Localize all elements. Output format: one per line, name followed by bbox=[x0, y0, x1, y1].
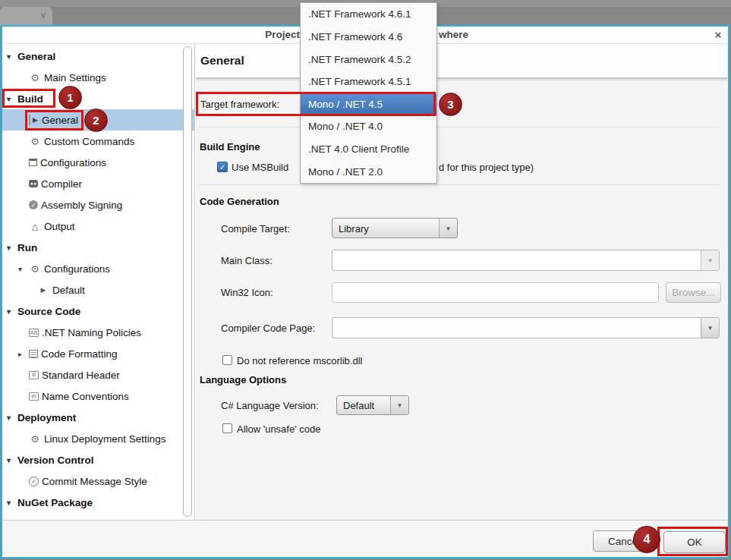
use-msbuild-checkbox[interactable]: ✓ bbox=[217, 162, 228, 172]
close-icon[interactable]: × bbox=[711, 27, 726, 42]
triangle-down-icon[interactable]: ▾ bbox=[7, 244, 17, 252]
main-class-combobox[interactable]: ▾ bbox=[332, 250, 720, 271]
badge-icon: ✓ bbox=[29, 200, 38, 209]
mscorlib-checkbox[interactable] bbox=[222, 355, 232, 365]
compile-target-combobox[interactable]: Library ▾ bbox=[332, 218, 458, 238]
sidebar-item-label: Deployment bbox=[17, 412, 76, 423]
sidebar-item-general[interactable]: ▾General bbox=[2, 46, 194, 67]
sidebar-item-build[interactable]: ⚙Build bbox=[2, 513, 194, 520]
panel-header: General bbox=[196, 44, 727, 79]
triangle-right-icon[interactable]: ▸ bbox=[18, 350, 29, 358]
sidebar-item-version-control[interactable]: ▾Version Control bbox=[2, 449, 194, 470]
dialog-footer: Cancel OK bbox=[2, 520, 728, 557]
dropdown-item-net-framework-4-5-2[interactable]: .NET Framework 4.5.2 bbox=[301, 48, 436, 71]
annotation-box-general bbox=[25, 110, 83, 131]
sidebar-item-label: Output bbox=[44, 221, 75, 232]
csharp-version-combobox[interactable]: Default ▾ bbox=[336, 395, 409, 415]
sidebar-item-label: Version Control bbox=[17, 455, 94, 466]
triangle-down-icon[interactable]: ▾ bbox=[7, 52, 17, 61]
sidebar-item-configurations[interactable]: Configurations bbox=[2, 152, 194, 173]
sidebar-item-main-settings[interactable]: ⚙Main Settings bbox=[2, 67, 194, 88]
dropdown-arrow-icon[interactable]: ▾ bbox=[701, 250, 719, 270]
dropdown-arrow-icon[interactable]: ▾ bbox=[439, 219, 457, 238]
compile-target-label: Compile Target: bbox=[221, 223, 290, 234]
sidebar-item-source-code[interactable]: ▾Source Code bbox=[2, 300, 194, 322]
mscorlib-label: Do not reference mscorlib.dll bbox=[237, 355, 362, 367]
triangle-down-icon[interactable]: ▾ bbox=[7, 499, 17, 507]
csharp-version-label: C# Language Version: bbox=[221, 400, 319, 411]
dropdown-item-mono-net-4-0[interactable]: Mono / .NET 4.0 bbox=[301, 115, 436, 138]
gear-icon: ⚙ bbox=[29, 72, 41, 83]
gear-icon: ⚙ bbox=[29, 433, 41, 444]
sidebar-item-label: Configurations bbox=[40, 157, 106, 168]
sidebar-item-output[interactable]: △Output bbox=[2, 216, 194, 237]
annotation-badge-2: 2 bbox=[84, 109, 108, 132]
triangle-down-icon[interactable]: ▾ bbox=[7, 414, 17, 422]
dialog-title-right: where bbox=[439, 29, 468, 40]
sidebar-item-label: Default bbox=[52, 285, 85, 296]
triangle-down-icon[interactable]: ▾ bbox=[7, 307, 17, 316]
gear-icon: ⚙ bbox=[29, 136, 41, 146]
csharp-version-value: Default bbox=[343, 400, 374, 411]
sidebar-item-compiler[interactable]: Compiler bbox=[2, 173, 194, 194]
sidebar-item-nuget-package[interactable]: ▾NuGet Package bbox=[2, 492, 194, 513]
separator bbox=[199, 184, 720, 185]
sidebar-scrollbar-thumb[interactable] bbox=[183, 46, 192, 517]
sidebar-item-configurations[interactable]: ▾⚙Configurations bbox=[2, 258, 194, 279]
sidebar-item-label: .NET Naming Policies bbox=[42, 327, 141, 338]
sidebar-item-net-naming-policies[interactable]: AB.NET Naming Policies bbox=[2, 322, 194, 343]
play-icon: ▶ bbox=[37, 285, 49, 295]
compile-target-value: Library bbox=[339, 222, 369, 234]
sidebar-item-label: Code Formatting bbox=[41, 348, 118, 360]
sidebar-item-name-conventions[interactable]: iRName Conventions bbox=[2, 385, 194, 407]
annotation-box-ok bbox=[657, 527, 728, 556]
main-class-label: Main Class: bbox=[221, 255, 273, 266]
annotation-badge-3: 3 bbox=[439, 93, 462, 116]
sidebar-item-linux-deployment-settings[interactable]: ⚙Linux Deployment Settings bbox=[2, 428, 194, 449]
dropdown-item-net-framework-4-6[interactable]: .NET Framework 4.6 bbox=[301, 26, 436, 49]
sidebar-item-label: Run bbox=[17, 242, 37, 253]
separator bbox=[199, 127, 720, 127]
lines-icon bbox=[29, 350, 38, 358]
triangle-down-icon[interactable]: ▾ bbox=[18, 265, 29, 273]
dropdown-arrow-icon[interactable]: ▾ bbox=[701, 318, 719, 338]
sidebar-item-standard-header[interactable]: #Standard Header bbox=[2, 364, 194, 385]
triangle-down-icon[interactable]: ▾ bbox=[7, 456, 17, 464]
allow-unsafe-checkbox[interactable] bbox=[222, 423, 232, 433]
annotation-box-target-framework bbox=[196, 92, 436, 116]
win32-icon-input[interactable] bbox=[332, 282, 659, 303]
dropdown-item-net-framework-4-6-1[interactable]: .NET Framework 4.6.1 bbox=[301, 3, 436, 26]
sidebar-item-default[interactable]: ▶Default bbox=[2, 279, 194, 300]
sidebar-item-custom-commands[interactable]: ⚙Custom Commands bbox=[2, 131, 194, 152]
sidebar-item-code-formatting[interactable]: ▸Code Formatting bbox=[2, 343, 194, 364]
compiler-code-page-combobox[interactable]: ▾ bbox=[332, 317, 720, 338]
annotation-box-build bbox=[2, 89, 55, 108]
annotation-badge-4: 4 bbox=[633, 526, 660, 553]
dropdown-item-net-framework-4-5-1[interactable]: .NET Framework 4.5.1 bbox=[301, 71, 436, 93]
language-options-header: Language Options bbox=[200, 374, 286, 385]
sidebar-item-label: Name Conventions bbox=[42, 391, 129, 402]
sidebar-item-label: Commit Message Style bbox=[42, 476, 147, 487]
background-window-tab[interactable]: ∨ bbox=[0, 7, 52, 26]
sidebar-item-commit-message-style[interactable]: ✓Commit Message Style bbox=[2, 470, 194, 492]
sidebar-item-assembly-signing[interactable]: ✓Assembly Signing bbox=[2, 194, 194, 216]
window-icon bbox=[29, 159, 37, 166]
sidebar-item-run[interactable]: ▾Run bbox=[2, 237, 194, 258]
code-generation-header: Code Generation bbox=[200, 196, 279, 207]
dropdown-item-net-4-0-client-profile[interactable]: .NET 4.0 Client Profile bbox=[301, 138, 436, 161]
sidebar-item-label: Configurations bbox=[44, 263, 110, 275]
use-msbuild-label-left: Use MSBuild bbox=[232, 162, 288, 173]
sidebar-item-deployment[interactable]: ▾Deployment bbox=[2, 407, 194, 428]
dropdown-item-mono-net-2-0[interactable]: Mono / .NET 2.0 bbox=[301, 160, 436, 183]
build-engine-header: Build Engine bbox=[200, 141, 260, 153]
checkcircle-icon: ✓ bbox=[29, 477, 39, 486]
sidebar-item-label: Linux Deployment Settings bbox=[44, 433, 166, 445]
sidebar-item-label: NuGet Package bbox=[17, 497, 93, 508]
sidebar-item-label: General bbox=[17, 51, 55, 62]
desktop: ∨ Project where × ▾General⚙Main Settings… bbox=[0, 0, 731, 560]
dropdown-arrow-icon[interactable]: ▾ bbox=[390, 396, 408, 414]
allow-unsafe-label: Allow 'unsafe' code bbox=[237, 423, 320, 435]
win32-icon-label: Win32 Icon: bbox=[221, 287, 273, 298]
browse-button[interactable]: Browse... bbox=[666, 282, 721, 303]
ir-icon: iR bbox=[29, 392, 39, 401]
